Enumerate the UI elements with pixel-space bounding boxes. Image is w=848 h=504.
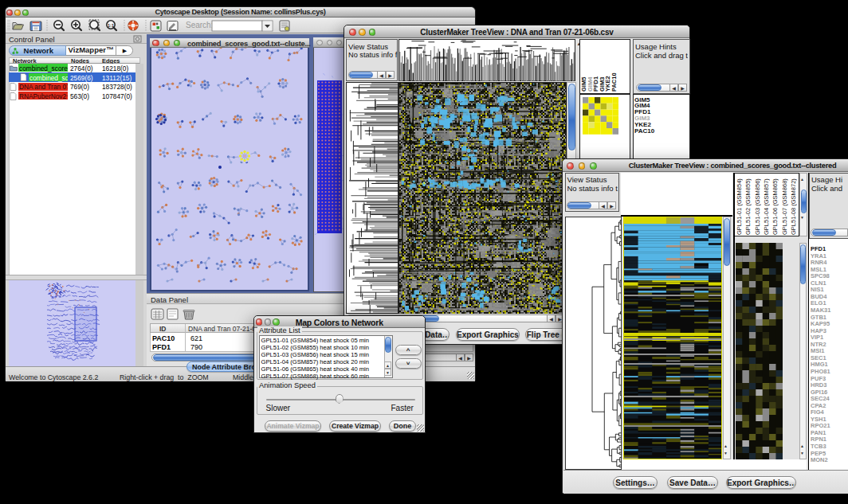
svg-text:1:1: 1:1 — [108, 23, 114, 28]
svg-text:Search:: Search: — [186, 21, 213, 29]
